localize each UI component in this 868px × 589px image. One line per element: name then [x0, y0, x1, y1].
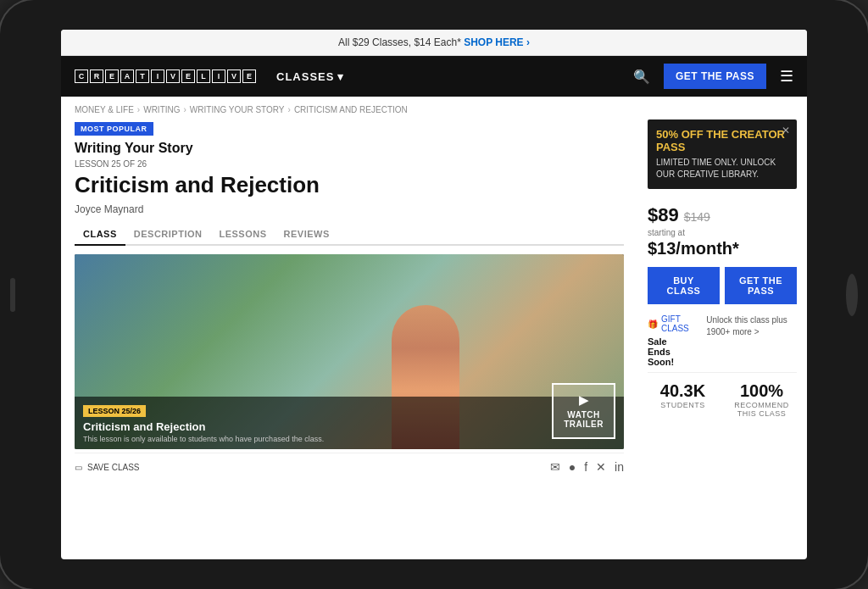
logo-r: R [90, 69, 103, 83]
nav-pass-button[interactable]: GET THE PASS [664, 64, 766, 89]
logo-e3: E [242, 69, 256, 83]
close-icon[interactable]: ✕ [782, 125, 790, 136]
facebook-icon[interactable]: f [584, 460, 587, 474]
promo-percent: 50% OFF THE CREATOR PASS [656, 128, 788, 153]
most-popular-badge: MOST POPULAR [75, 122, 153, 136]
logo-e2: E [181, 69, 195, 83]
starting-label: starting at [648, 228, 797, 237]
logo-v2: V [227, 69, 241, 83]
tab-lessons[interactable]: LESSONS [210, 224, 275, 244]
email-share-icon[interactable]: ✉ [550, 460, 560, 474]
tab-reviews[interactable]: REVIEWS [275, 224, 338, 244]
linkedin-icon[interactable]: in [615, 460, 624, 474]
recommend-count: 100% [726, 381, 797, 401]
play-icon: ▶ [579, 393, 589, 407]
content-tabs: CLASS DESCRIPTION LESSONS REVIEWS [75, 224, 624, 246]
breadcrumb: MONEY & LIFE › WRITING › WRITING YOUR ST… [61, 97, 807, 119]
logo-e: E [105, 69, 119, 83]
gift-class-button[interactable]: 🎁 GIFT CLASS [648, 314, 689, 333]
right-panel: ✕ 50% OFF THE CREATOR PASS LIMITED TIME … [637, 119, 807, 559]
logo: C R E A T I V E L I V E [75, 69, 256, 83]
breadcrumb-item[interactable]: MONEY & LIFE [75, 105, 134, 114]
left-panel: MOST POPULAR Writing Your Story LESSON 2… [61, 119, 637, 559]
pricing-section: $89 $149 starting at $13/month* BUY CLAS… [648, 197, 797, 372]
promo-bar: All $29 Classes, $14 Each* SHOP HERE › [61, 30, 807, 56]
old-price: $149 [684, 210, 710, 224]
video-overlay: LESSON 25/26 Criticism and Rejection Thi… [75, 397, 624, 450]
video-subtitle: This lesson is only available to student… [83, 435, 615, 445]
watch-trailer-label: WATCHTRAILER [564, 410, 604, 429]
instructor-name: Joyce Maynard [75, 203, 624, 215]
logo-v: V [166, 69, 180, 83]
save-class-button[interactable]: ▭ SAVE CLASS [75, 463, 140, 472]
tab-description[interactable]: DESCRIPTION [125, 224, 211, 244]
breadcrumb-sep: › [137, 105, 140, 114]
breadcrumb-item[interactable]: WRITING [143, 105, 180, 114]
breadcrumb-item[interactable]: WRITING YOUR STORY [190, 105, 285, 114]
shop-here-link[interactable]: SHOP HERE › [464, 36, 530, 48]
screen: All $29 Classes, $14 Each* SHOP HERE › C… [61, 30, 807, 559]
lesson-video-badge: LESSON 25/26 [83, 405, 146, 417]
pinterest-icon[interactable]: ● [569, 460, 576, 474]
logo-t: T [136, 69, 149, 83]
breadcrumb-sep: › [288, 105, 291, 114]
watch-trailer-button[interactable]: ▶ WATCHTRAILER [552, 383, 615, 439]
monthly-price: $13/month* [648, 239, 797, 258]
stat-recommend: 100% RECOMMENDTHIS CLASS [726, 381, 797, 418]
main-content: MOST POPULAR Writing Your Story LESSON 2… [61, 119, 807, 559]
social-share-icons: ✉ ● f ✕ in [550, 460, 624, 474]
menu-icon[interactable]: ☰ [780, 67, 793, 86]
price-row: $89 $149 [648, 204, 797, 226]
class-name-heading: Criticism and Rejection [75, 172, 624, 198]
gift-class-label: GIFT CLASS [661, 314, 689, 333]
sale-ends-text: Sale EndsSoon! [648, 336, 689, 367]
chevron-down-icon: ▾ [337, 70, 344, 83]
students-count: 40.3K [648, 381, 718, 401]
tab-class[interactable]: CLASS [75, 224, 125, 246]
nav-bar: C R E A T I V E L I V E CLASSES ▾ 🔍 GET … [61, 56, 807, 97]
video-title: Criticism and Rejection [83, 420, 615, 433]
logo-a: A [120, 69, 134, 83]
bookmark-icon: ▭ [75, 463, 82, 472]
logo-i: I [151, 69, 164, 83]
search-icon[interactable]: 🔍 [633, 69, 650, 85]
logo-c: C [75, 69, 88, 83]
logo-l: L [197, 69, 210, 83]
gift-icon: 🎁 [648, 320, 658, 329]
stats-section: 40.3K STUDENTS 100% RECOMMENDTHIS CLASS [648, 372, 797, 426]
stat-students: 40.3K STUDENTS [648, 381, 718, 418]
classes-nav[interactable]: CLASSES ▾ [276, 70, 344, 83]
promo-card: ✕ 50% OFF THE CREATOR PASS LIMITED TIME … [648, 119, 797, 189]
video-player: LESSON 25/26 Criticism and Rejection Thi… [75, 254, 624, 449]
promo-description: LIMITED TIME ONLY. UNLOCK OUR CREATIVE L… [656, 157, 788, 181]
promo-text: All $29 Classes, $14 Each* [338, 36, 461, 48]
main-price: $89 [648, 204, 679, 226]
class-subtitle: Writing Your Story [75, 141, 624, 156]
recommend-label: RECOMMENDTHIS CLASS [726, 401, 797, 418]
logo-i2: I [212, 69, 225, 83]
save-bar: ▭ SAVE CLASS ✉ ● f ✕ in [75, 453, 624, 481]
unlock-text[interactable]: Unlock this class plus 1900+ more > [706, 314, 797, 372]
lesson-label: LESSON 25 OF 26 [75, 159, 624, 169]
get-pass-button[interactable]: GET THE PASS [725, 267, 797, 304]
breadcrumb-sep: › [184, 105, 186, 114]
buy-class-button[interactable]: BUY CLASS [648, 267, 720, 304]
save-class-label: SAVE CLASS [87, 463, 140, 472]
twitter-icon[interactable]: ✕ [596, 460, 606, 474]
tablet-frame: All $29 Classes, $14 Each* SHOP HERE › C… [0, 0, 868, 589]
breadcrumb-item[interactable]: CRITICISM AND REJECTION [294, 105, 408, 114]
students-label: STUDENTS [648, 401, 718, 409]
